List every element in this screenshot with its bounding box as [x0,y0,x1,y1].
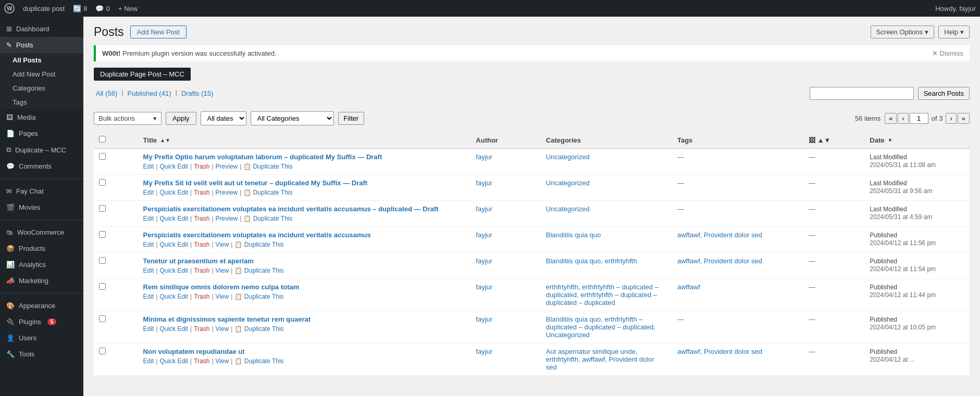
row-action-view[interactable]: View [216,325,229,333]
row-action-quick-edit[interactable]: Quick Edit [159,215,188,222]
row-action-quick-edit[interactable]: Quick Edit [159,325,188,333]
comment-count[interactable]: 💬 0 [95,5,109,12]
post-title-link-1[interactable]: My Prefix Sit id velit velit aut ut tene… [143,179,368,187]
plugin-button[interactable]: Duplicate Page Post – MCC [94,68,191,81]
row-action-edit[interactable]: Edit [143,267,154,274]
notice-dismiss-button[interactable]: ✕ Dismiss [932,49,963,57]
date-filter-select[interactable]: All dates [201,111,246,125]
row-checkbox-5[interactable] [99,283,106,290]
row-action-edit[interactable]: Edit [143,215,154,222]
sidebar-item-analytics[interactable]: 📊 Analytics [0,257,83,273]
category-link[interactable]: Aut aspernatur similique unde, erthfrtyh… [546,348,654,371]
category-link[interactable]: Uncategorized [546,205,590,213]
date-header[interactable]: Date ▼ [864,132,970,149]
post-title-link-5[interactable]: Rem similique omnis dolorem nemo culpa t… [143,283,300,291]
row-action-trash[interactable]: Trash [194,267,209,274]
sidebar-item-movies[interactable]: 🎬 Movies [0,199,83,215]
category-link[interactable]: erthfrtyhfth, erthfrtyhfth – duplicated … [546,283,659,306]
tag-link[interactable]: awffawf, Provident dolor sed [677,348,762,355]
row-checkbox-3[interactable] [99,231,106,238]
apply-button[interactable]: Apply [166,112,196,125]
row-action-edit[interactable]: Edit [143,325,154,333]
row-action-trash[interactable]: Trash [194,241,209,248]
category-link[interactable]: Uncategorized [546,153,590,161]
duplicate-this-link[interactable]: 📋 Duplicate This [234,357,283,365]
tag-link[interactable]: awffawf, Provident dolor sed [677,257,762,265]
row-action-trash[interactable]: Trash [194,293,209,300]
author-link[interactable]: fayjur [476,257,492,265]
next-page-button[interactable]: › [946,113,956,124]
author-link[interactable]: fayjur [476,153,492,161]
bulk-actions-select[interactable]: Bulk actions ▾ [94,112,162,125]
title-header[interactable]: Title ▲▼ [138,132,471,149]
sidebar-item-dashboard[interactable]: ⊞ Dashboard [0,21,83,37]
category-filter-select[interactable]: All Categories [251,111,334,125]
author-link[interactable]: fayjur [476,348,492,355]
duplicate-this-link[interactable]: 📋 Duplicate This [243,215,292,222]
row-action-trash[interactable]: Trash [194,215,209,222]
duplicate-this-link[interactable]: 📋 Duplicate This [234,325,283,333]
row-action-quick-edit[interactable]: Quick Edit [159,293,188,300]
row-action-view[interactable]: View [216,241,229,248]
row-action-trash[interactable]: Trash [194,325,209,333]
update-count[interactable]: 🔄 8 [73,5,87,12]
duplicate-this-link[interactable]: 📋 Duplicate This [243,163,292,170]
row-action-edit[interactable]: Edit [143,163,154,170]
row-action-trash[interactable]: Trash [194,163,209,170]
category-link[interactable]: Blanditiis quia quo [546,231,601,239]
page-number-input[interactable] [910,113,928,124]
sidebar-item-woocommerce[interactable]: 🛍 WooCommerce [0,224,83,240]
sidebar-item-add-new[interactable]: Add New Post [0,67,83,81]
post-title-link-4[interactable]: Tenetur ut praesentium et aperiam [143,257,254,265]
sidebar-item-fay-chat[interactable]: ✉ Fay Chat [0,183,83,199]
duplicate-this-link[interactable]: 📋 Duplicate This [234,293,283,300]
author-link[interactable]: fayjur [476,315,492,323]
tab-published[interactable]: Published (41) [126,88,173,98]
row-checkbox-1[interactable] [99,179,106,186]
row-action-quick-edit[interactable]: Quick Edit [159,241,188,248]
select-all-checkbox[interactable] [99,136,106,143]
category-link[interactable]: Blanditiis quia quo, erthfrtyhfth – dupl… [546,315,655,339]
tab-drafts[interactable]: Drafts (15) [179,88,215,98]
author-link[interactable]: fayjur [476,283,492,291]
row-checkbox-6[interactable] [99,315,106,322]
duplicate-this-link[interactable]: 📋 Duplicate This [234,241,283,248]
row-action-preview[interactable]: Preview [216,163,238,170]
post-title-link-7[interactable]: Non voluptatem repudiandae ut [143,348,245,355]
sidebar-item-tags[interactable]: Tags [0,95,83,109]
row-action-quick-edit[interactable]: Quick Edit [159,189,188,196]
site-name[interactable]: duplicate post [23,5,65,12]
filter-button[interactable]: Filter [338,112,365,125]
sidebar-item-pages[interactable]: 📄 Pages [0,125,83,142]
sidebar-item-comments[interactable]: 💬 Comments [0,158,83,174]
tag-link[interactable]: awffawf [677,283,700,291]
row-action-view[interactable]: View [216,293,229,300]
search-input[interactable] [810,87,914,100]
post-title-link-0[interactable]: My Prefix Optio harum voluptatum laborum… [143,153,382,161]
row-action-preview[interactable]: Preview [216,215,238,222]
sidebar-item-users[interactable]: 👤 Users [0,330,83,346]
help-button[interactable]: Help ▾ [938,25,970,39]
category-link[interactable]: Uncategorized [546,179,590,187]
row-action-preview[interactable]: Preview [216,189,238,196]
sidebar-item-categories[interactable]: Categories [0,81,83,95]
prev-page-button[interactable]: ‹ [898,113,908,124]
row-action-edit[interactable]: Edit [143,293,154,300]
screen-options-button[interactable]: Screen Options ▾ [871,25,935,39]
row-checkbox-2[interactable] [99,205,106,212]
post-title-link-2[interactable]: Perspiciatis exercitationem voluptates e… [143,205,439,213]
row-action-quick-edit[interactable]: Quick Edit [159,357,188,365]
row-checkbox-7[interactable] [99,348,106,354]
sidebar-item-media[interactable]: 🖼 Media [0,109,83,125]
sidebar-item-duplicate-mcc[interactable]: ⧉ Duplicate – MCC [0,142,83,158]
duplicate-this-link[interactable]: 📋 Duplicate This [243,189,292,196]
new-content[interactable]: + New [118,5,138,12]
sidebar-item-marketing[interactable]: 📣 Marketing [0,273,83,289]
last-page-button[interactable]: » [958,113,970,124]
category-link[interactable]: Blanditiis quia quo, erthfrtyhfth [546,257,637,265]
post-title-link-6[interactable]: Minima et dignissimos sapiente tenetur r… [143,315,311,323]
author-link[interactable]: fayjur [476,205,492,213]
sidebar-item-appearance[interactable]: 🎨 Appearance [0,298,83,314]
row-checkbox-0[interactable] [99,153,106,160]
add-new-post-button[interactable]: Add New Post [130,25,187,39]
